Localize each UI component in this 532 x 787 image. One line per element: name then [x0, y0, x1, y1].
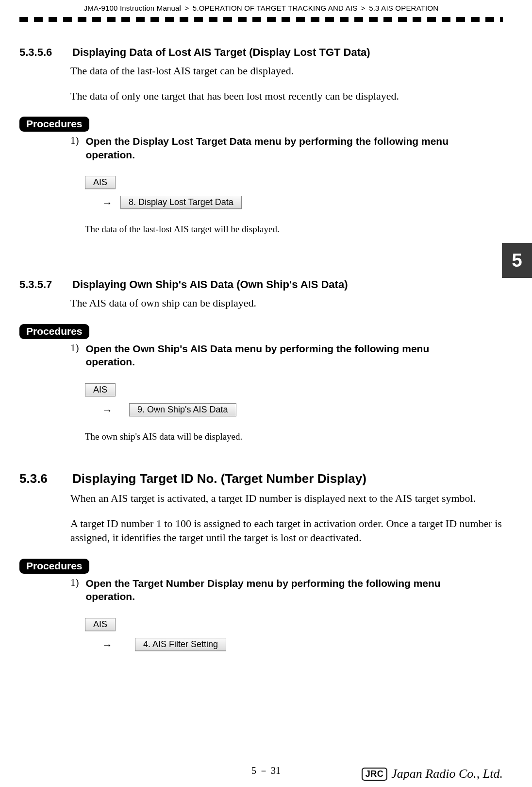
chapter-tab: 5 — [502, 243, 532, 278]
section-53557: 5.3.5.7 Displaying Own Ship's AIS Data (… — [19, 278, 503, 291]
menu-path: AIS — [85, 383, 503, 396]
step-text: Open the Own Ship's AIS Data menu by per… — [86, 342, 474, 369]
breadcrumb-sep: > — [361, 4, 366, 12]
body-text: A target ID number 1 to 100 is assigned … — [70, 516, 503, 545]
menu-path: AIS — [85, 176, 503, 189]
section-num: 5.3.5.7 — [19, 278, 70, 291]
section-53556: 5.3.5.6 Displaying Data of Lost AIS Targ… — [19, 46, 503, 59]
section-num: 5.3.6 — [19, 471, 70, 486]
procedures-label: Procedures — [19, 324, 89, 339]
arrow-right-icon: → — [102, 197, 113, 209]
page-number: 5 － 31 — [251, 764, 281, 777]
procedures-label: Procedures — [19, 117, 89, 132]
step-text: Open the Display Lost Target Data menu b… — [86, 135, 474, 161]
section-536: 5.3.6 Displaying Target ID No. (Target N… — [19, 471, 503, 486]
divider-dashed — [19, 17, 503, 22]
menu-button-display-lost-target-data[interactable]: 8. Display Lost Target Data — [120, 196, 242, 209]
section-title: Displaying Own Ship's AIS Data (Own Ship… — [72, 278, 348, 291]
step-row: 1) Open the Target Number Display menu b… — [70, 577, 503, 603]
section-num: 5.3.5.6 — [19, 46, 70, 59]
breadcrumb-manual: JMA-9100 Instruction Manual — [84, 4, 182, 12]
body-text: The data of the last-lost AIS target can… — [70, 64, 503, 78]
breadcrumb-chapter: 5.OPERATION OF TARGET TRACKING AND AIS — [193, 4, 358, 12]
arrow-right-icon: → — [102, 639, 113, 651]
jrc-logo-icon: JRC — [362, 768, 388, 781]
step-number: 1) — [70, 342, 79, 354]
menu-path-row: → 9. Own Ship's AIS Data — [102, 403, 503, 417]
arrow-right-icon: → — [102, 404, 113, 417]
section-title: Displaying Target ID No. (Target Number … — [72, 471, 366, 486]
menu-path-row: → 4. AIS Filter Setting — [102, 638, 503, 651]
note-text: The data of the last-lost AIS target wil… — [85, 224, 503, 235]
body-text: When an AIS target is activated, a targe… — [70, 491, 503, 506]
step-number: 1) — [70, 577, 79, 589]
step-text: Open the Target Number Display menu by p… — [86, 577, 474, 603]
menu-button-ais[interactable]: AIS — [85, 383, 116, 396]
breadcrumb: JMA-9100 Instruction Manual > 5.OPERATIO… — [19, 0, 503, 12]
jrc-company-name: Japan Radio Co., Ltd. — [391, 767, 503, 781]
body-text: The AIS data of own ship can be displaye… — [70, 296, 503, 310]
menu-button-ais-filter-setting[interactable]: 4. AIS Filter Setting — [135, 638, 226, 651]
section-title: Displaying Data of Lost AIS Target (Disp… — [72, 46, 370, 58]
step-row: 1) Open the Own Ship's AIS Data menu by … — [70, 342, 503, 369]
breadcrumb-sep: > — [185, 4, 189, 12]
menu-path: AIS — [85, 618, 503, 631]
footer-logo: JRC Japan Radio Co., Ltd. — [362, 767, 503, 781]
menu-button-ais[interactable]: AIS — [85, 618, 116, 631]
body-text: The data of only one target that has bee… — [70, 89, 503, 103]
step-row: 1) Open the Display Lost Target Data men… — [70, 135, 503, 161]
procedures-label: Procedures — [19, 559, 89, 574]
note-text: The own ship's AIS data will be displaye… — [85, 431, 503, 442]
breadcrumb-section: 5.3 AIS OPERATION — [369, 4, 438, 12]
menu-path-row: → 8. Display Lost Target Data — [102, 196, 503, 209]
menu-button-own-ships-ais-data[interactable]: 9. Own Ship's AIS Data — [129, 403, 236, 416]
menu-button-ais[interactable]: AIS — [85, 176, 116, 189]
step-number: 1) — [70, 135, 79, 147]
